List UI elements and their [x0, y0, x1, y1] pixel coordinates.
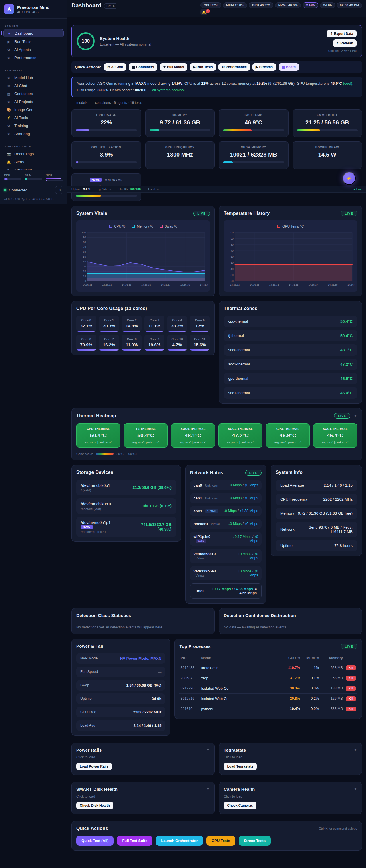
kill-process-button[interactable]: Kill: [346, 676, 356, 681]
summary-segment: across 12 cores, memory at: [209, 81, 257, 86]
system-info-list: Load Average 2.14 / 1.46 / 1.15 CPU Freq…: [276, 479, 357, 551]
quickbar-containers-button[interactable]: ▦ Containers: [129, 63, 157, 71]
run-tests-icon: ▶: [6, 40, 11, 44]
interface-tag: Virtual: [211, 522, 220, 526]
sidebar-item-ariafang[interactable]: ★ AriaFang: [3, 130, 64, 138]
process-memory: 628 MB: [319, 666, 343, 670]
device-name: /dev/mmcblk0p10: [81, 502, 112, 506]
notifications[interactable]: 🔔 1: [200, 9, 210, 16]
nvme-mount-label: /MNT/NVME: [103, 178, 123, 181]
summary-segment: mode drawing: [146, 81, 172, 86]
svg-text:90: 90: [230, 237, 233, 240]
theme-toggle-button[interactable]: ☽: [55, 186, 63, 194]
sidebar-item-ai-agents[interactable]: ⚙ AI Agents: [3, 46, 64, 54]
load-power-rails-button[interactable]: Load Power Rails: [76, 763, 112, 770]
check-cameras-button[interactable]: Check Cameras: [224, 802, 257, 809]
collapse-caret-icon[interactable]: ▼: [206, 787, 210, 791]
column-header: MEM %: [300, 656, 319, 660]
process-mem-pct: 0.3%: [300, 686, 319, 690]
load-hint: Click to load: [76, 795, 210, 799]
last-updated: Updated: 2:36:41 PM: [328, 49, 357, 52]
collapse-caret-icon[interactable]: ▼: [354, 748, 357, 752]
quickbar-streams-button[interactable]: ▶ Streams: [253, 63, 276, 71]
power-fan-row-load-avg: Load Avg 2.14 / 1.46 / 1.15: [76, 720, 165, 731]
tile-stats: avg 47.3° | peak 47.4°: [221, 441, 261, 444]
svg-text:14:36:41: 14:36:41: [200, 283, 207, 286]
full-test-suite-button[interactable]: Full Test Suite: [117, 836, 153, 846]
info-value: 72.8 hours: [334, 544, 353, 548]
zone-temp: 48.1°C: [340, 348, 353, 352]
kill-process-button[interactable]: Kill: [346, 665, 356, 670]
temperature-history-panel: Temperature History LIVE GPU Temp °C2030…: [219, 206, 362, 297]
kill-process-button[interactable]: Kill: [346, 696, 356, 701]
sidebar-item-containers[interactable]: ▦ Containers: [3, 90, 64, 98]
gpu-tests-button[interactable]: GPU Tests: [206, 836, 235, 846]
detection-class-empty: No detections yet. AI detection events w…: [76, 625, 210, 629]
storage-row: /dev/mmcblk0p1 / (ext4) 21.2/56.6 GB (39…: [76, 479, 176, 495]
power-fan-panel: Power & Fan NVP Model NV Power Mode: MAX…: [71, 639, 170, 736]
sidebar-item-label: AI Agents: [14, 48, 31, 52]
ai-assistant-fab[interactable]: ⚡: [342, 172, 356, 185]
quickbar-board-button[interactable]: ▤ Board: [278, 63, 299, 71]
launch-orchestrator-button[interactable]: Launch Orchestrator: [156, 836, 203, 846]
sidebar-item-label: AI Tools: [14, 116, 28, 120]
download-rate: 0 Mbps: [240, 552, 251, 556]
sidebar-section-label: SURVEILLANCE: [5, 145, 63, 148]
process-name: Isolated Web Co: [201, 686, 275, 690]
process-memory: 188 MB: [319, 686, 343, 690]
command-palette-shortcut[interactable]: Ctrl+K: [104, 3, 117, 8]
device-usage: 0/0.1 GB (0.1%): [143, 504, 172, 508]
sidebar-item-training[interactable]: ⚙ Training: [3, 122, 64, 130]
load-tegrastats-button[interactable]: Load Tegrastats: [224, 763, 257, 770]
quick-test-all-button[interactable]: Quick Test (All): [76, 836, 113, 846]
export-data-button[interactable]: ⇩ Export Data: [327, 30, 357, 37]
check-disk-health-button[interactable]: Check Disk Health: [76, 802, 113, 809]
sidebar-item-alerts[interactable]: 🔔 Alerts: [3, 158, 64, 166]
interface-tag: Unknown: [205, 484, 218, 487]
sidebar-item-image-gen[interactable]: 🎨 Image Gen: [3, 106, 64, 114]
quickbar-run-tests-button[interactable]: ▶ Run Tests: [190, 63, 216, 71]
health-title: System Health: [100, 36, 151, 41]
color-scale-bar: [96, 453, 113, 455]
status-items: Uptime: 3d 0h go2rtc: – Health: 100/100 …: [71, 187, 159, 191]
interface-rate: ↓0 Mbps / ↑4.38 Mbps: [223, 509, 258, 513]
meter-label: GPU: [46, 174, 63, 177]
zone-name: gpu-thermal: [229, 376, 248, 381]
sidebar-item-run-tests[interactable]: ▶ Run Tests: [3, 38, 64, 45]
bottom-spacer: [71, 850, 362, 868]
board-icon: ▤: [281, 65, 285, 69]
sidebar-item-dashboard[interactable]: ■ Dashboard: [3, 29, 64, 37]
sidebar-item-performance[interactable]: ★ Performance: [3, 54, 64, 62]
alerts-icon: 🔔: [6, 160, 11, 164]
collapse-caret-icon[interactable]: ▼: [206, 748, 210, 752]
kill-process-button[interactable]: Kill: [346, 686, 356, 691]
stress-tests-button[interactable]: Stress Tests: [239, 836, 271, 846]
sidebar-item-streaming[interactable]: ▶ Streaming: [3, 166, 64, 170]
sidebar-item-recordings[interactable]: 📷 Recordings: [3, 150, 64, 158]
status-strip: ⚡ Uptime: 3d 0h go2rtc: – Health: 100/10…: [67, 186, 366, 193]
svg-text:30: 30: [83, 265, 86, 268]
power-fan-title: Power & Fan: [76, 644, 165, 649]
sidebar-item-ai-tools[interactable]: ⚡ AI Tools: [3, 114, 64, 122]
detection-confidence-title: Detection Confidence Distribution: [224, 613, 358, 618]
sidebar-item-ai-projects[interactable]: ★ AI Projects: [3, 98, 64, 105]
top-processes-title: Top Processes: [179, 644, 211, 649]
quickbar-ai-chat-button[interactable]: ✉ AI Chat: [104, 63, 126, 71]
process-memory: 126 MB: [319, 696, 343, 701]
process-name: python3: [201, 707, 275, 711]
sidebar-item-model-hub[interactable]: ★ Model Hub: [3, 74, 64, 82]
refresh-button[interactable]: ↻ Refresh: [333, 39, 357, 47]
interface-tag: Virtual: [196, 574, 204, 577]
storage-row: /dev/mmcblk0p10 /boot/efi (vfat) 0/0.1 G…: [76, 498, 176, 514]
zone-temp: 46.9°C: [340, 376, 353, 381]
collapse-caret-icon[interactable]: ▼: [354, 414, 357, 418]
tile-name: GPU-THERMAL: [268, 427, 308, 430]
quickbar-performance-button[interactable]: ⚙ Performance: [219, 63, 249, 71]
svg-text:14:36:35: 14:36:35: [141, 283, 151, 286]
kill-process-button[interactable]: Kill: [346, 707, 356, 711]
sidebar-item-ai-chat[interactable]: ✉ AI Chat: [3, 82, 64, 90]
system-health-banner: 100 System Health Excellent — All system…: [71, 25, 362, 57]
collapse-caret-icon[interactable]: ▼: [354, 787, 357, 791]
core-value: 28.2%: [168, 323, 186, 328]
quickbar-pull-model-button[interactable]: ★ Pull Model: [160, 63, 187, 71]
